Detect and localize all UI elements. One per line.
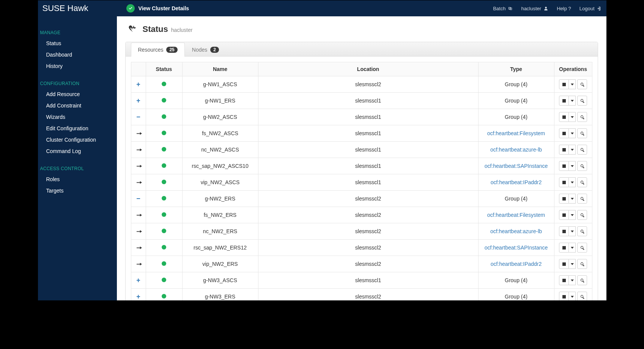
col-status[interactable]: Status (146, 62, 182, 76)
type-link[interactable]: ocf:heartbeat:SAPInstance (485, 245, 548, 251)
type-cell[interactable]: ocf:heartbeat:Filesystem (478, 207, 554, 223)
details-button[interactable] (577, 79, 587, 89)
details-button[interactable] (577, 226, 587, 236)
table-row: +g-NW3_ERSslesmsscl2Group (4) (131, 289, 592, 301)
sidebar-item-history[interactable]: History (38, 60, 117, 72)
toggle-cell[interactable] (131, 125, 146, 142)
type-link[interactable]: ocf:heartbeat:Filesystem (487, 130, 545, 136)
col-operations[interactable]: Operations (554, 62, 592, 76)
ops-dropdown[interactable] (569, 145, 576, 155)
stop-button[interactable] (559, 145, 569, 155)
brand-logo[interactable]: SUSE Hawk (43, 3, 88, 13)
toggle-cell[interactable] (131, 174, 146, 191)
details-button[interactable] (577, 112, 587, 122)
stop-button[interactable] (559, 243, 569, 253)
stop-button[interactable] (559, 275, 569, 285)
details-button[interactable] (577, 96, 587, 106)
ops-dropdown[interactable] (569, 259, 576, 269)
ops-dropdown[interactable] (569, 292, 576, 300)
details-button[interactable] (577, 292, 587, 300)
toggle-cell[interactable] (131, 142, 146, 158)
status-ok-icon (162, 261, 166, 266)
details-button[interactable] (577, 210, 587, 220)
stop-button[interactable] (559, 112, 569, 122)
ops-dropdown[interactable] (569, 161, 576, 171)
stop-button[interactable] (559, 226, 569, 236)
type-link[interactable]: ocf:heartbeat:SAPInstance (485, 163, 548, 169)
stop-button[interactable] (559, 161, 569, 171)
ops-dropdown[interactable] (569, 210, 576, 220)
toggle-cell[interactable]: + (131, 289, 146, 301)
sidebar-item-wizards[interactable]: Wizards (38, 111, 117, 123)
type-cell[interactable]: ocf:heartbeat:IPaddr2 (478, 174, 554, 191)
toggle-cell[interactable] (131, 207, 146, 223)
help-link[interactable]: Help ? (557, 6, 571, 11)
view-cluster-details[interactable]: View Cluster Details (126, 4, 189, 13)
stop-button[interactable] (559, 210, 569, 220)
type-cell[interactable]: ocf:heartbeat:azure-lb (478, 142, 554, 158)
type-cell[interactable]: ocf:heartbeat:Filesystem (478, 125, 554, 142)
stop-button[interactable] (559, 259, 569, 269)
type-link[interactable]: ocf:heartbeat:azure-lb (490, 147, 542, 153)
stop-button[interactable] (559, 194, 569, 204)
sidebar-item-add-resource[interactable]: Add Resource (38, 88, 117, 100)
ops-dropdown[interactable] (569, 243, 576, 253)
details-button[interactable] (577, 275, 587, 285)
tab-resources[interactable]: Resources25 (131, 43, 185, 57)
tab-nodes[interactable]: Nodes2 (185, 43, 226, 57)
location-cell: slesmsscl1 (258, 272, 478, 289)
sidebar-item-dashboard[interactable]: Dashboard (38, 49, 117, 60)
stop-button[interactable] (559, 128, 569, 138)
toggle-cell[interactable] (131, 240, 146, 256)
toggle-cell[interactable]: − (131, 109, 146, 125)
ops-dropdown[interactable] (569, 96, 576, 106)
sidebar-item-targets[interactable]: Targets (38, 185, 117, 196)
user-link[interactable]: hacluster (521, 6, 548, 11)
sidebar-item-cluster-configuration[interactable]: Cluster Configuration (38, 134, 117, 145)
sidebar-item-roles[interactable]: Roles (38, 174, 117, 185)
type-cell[interactable]: ocf:heartbeat:azure-lb (478, 223, 554, 240)
toggle-cell[interactable]: + (131, 93, 146, 109)
ops-dropdown[interactable] (569, 177, 576, 187)
details-button[interactable] (577, 243, 587, 253)
type-cell[interactable]: ocf:heartbeat:SAPInstance (478, 240, 554, 256)
ops-dropdown[interactable] (569, 275, 576, 285)
type-cell[interactable]: ocf:heartbeat:SAPInstance (478, 158, 554, 174)
type-link[interactable]: ocf:heartbeat:IPaddr2 (491, 261, 542, 267)
stop-button[interactable] (559, 79, 569, 89)
sidebar-item-edit-configuration[interactable]: Edit Configuration (38, 123, 117, 134)
toggle-cell[interactable] (131, 256, 146, 272)
details-button[interactable] (577, 128, 587, 138)
details-button[interactable] (577, 161, 587, 171)
toggle-cell[interactable] (131, 158, 146, 174)
ops-dropdown[interactable] (569, 79, 576, 89)
stop-button[interactable] (559, 292, 569, 300)
ops-dropdown[interactable] (569, 194, 576, 204)
ops-dropdown[interactable] (569, 226, 576, 236)
toggle-cell[interactable]: − (131, 191, 146, 207)
details-button[interactable] (577, 259, 587, 269)
ops-dropdown[interactable] (569, 112, 576, 122)
details-button[interactable] (577, 145, 587, 155)
type-link[interactable]: ocf:heartbeat:azure-lb (490, 228, 542, 234)
batch-link[interactable]: Batch (493, 6, 513, 11)
ops-dropdown[interactable] (569, 128, 576, 138)
type-link[interactable]: ocf:heartbeat:IPaddr2 (491, 179, 542, 185)
sidebar-item-add-constraint[interactable]: Add Constraint (38, 100, 117, 111)
type-cell[interactable]: ocf:heartbeat:IPaddr2 (478, 256, 554, 272)
details-button[interactable] (577, 194, 587, 204)
sidebar-item-command-log[interactable]: Command Log (38, 145, 117, 157)
toggle-cell[interactable]: + (131, 76, 146, 93)
logout-link[interactable]: Logout (579, 6, 602, 11)
search-icon (580, 115, 584, 119)
sidebar-item-status[interactable]: Status (38, 38, 117, 49)
type-link[interactable]: ocf:heartbeat:Filesystem (487, 212, 545, 218)
details-button[interactable] (577, 177, 587, 187)
toggle-cell[interactable] (131, 223, 146, 240)
stop-button[interactable] (559, 177, 569, 187)
stop-button[interactable] (559, 96, 569, 106)
col-type[interactable]: Type (478, 62, 554, 76)
col-name[interactable]: Name (182, 62, 258, 76)
toggle-cell[interactable]: + (131, 272, 146, 289)
col-location[interactable]: Location (258, 62, 478, 76)
